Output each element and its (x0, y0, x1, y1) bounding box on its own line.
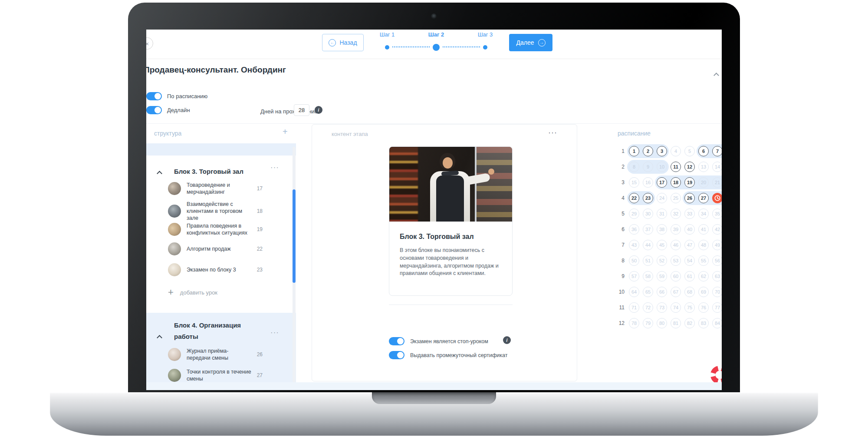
schedule-day[interactable]: 19 (684, 177, 695, 188)
schedule-day[interactable]: 78 (629, 318, 639, 328)
schedule-day[interactable]: 21 (712, 177, 722, 188)
schedule-day[interactable]: 34 (698, 209, 709, 219)
schedule-day[interactable]: 25 (671, 193, 681, 203)
schedule-day[interactable]: 18 (671, 177, 681, 188)
exam-stop-toggle[interactable] (389, 337, 404, 345)
step-2-label[interactable]: Шаг 2 (419, 31, 454, 38)
schedule-day[interactable]: 61 (684, 271, 695, 281)
step-2-dot-active[interactable] (433, 44, 440, 51)
schedule-day[interactable]: 7 (712, 146, 722, 156)
schedule-day[interactable]: 84 (712, 318, 722, 328)
schedule-day[interactable]: 69 (698, 287, 709, 297)
list-item-lesson[interactable]: Взаимодействие с клиентами в торговом за… (168, 201, 281, 222)
block3-collapse-icon[interactable] (158, 169, 161, 177)
schedule-day[interactable]: 72 (643, 302, 653, 313)
schedule-day[interactable]: 81 (671, 318, 681, 328)
list-item-lesson[interactable]: Правила поведения в конфликтных ситуация… (168, 222, 281, 236)
schedule-day[interactable]: 65 (643, 287, 653, 297)
schedule-day[interactable]: 52 (657, 255, 667, 266)
list-item-lesson[interactable]: Журнал приёма-передачи смены 26 (168, 348, 281, 361)
schedule-day[interactable]: 67 (671, 287, 681, 297)
schedule-day[interactable]: 24 (657, 193, 667, 203)
schedule-day[interactable]: 73 (657, 302, 667, 313)
schedule-day[interactable]: 43 (629, 240, 639, 250)
schedule-day[interactable]: 23 (643, 193, 653, 203)
schedule-day[interactable]: 64 (629, 287, 639, 297)
schedule-day[interactable]: 38 (657, 224, 667, 235)
schedule-day[interactable]: 8 (629, 162, 639, 172)
schedule-day[interactable]: 30 (643, 209, 653, 219)
schedule-day[interactable]: 76 (698, 302, 709, 313)
list-item-lesson[interactable]: Товароведение и мерчандайзинг 17 (168, 182, 281, 195)
certificate-toggle[interactable] (389, 351, 404, 359)
schedule-day[interactable]: 29 (629, 209, 639, 219)
schedule-day[interactable]: 77 (712, 302, 722, 313)
schedule-day[interactable]: 41 (698, 224, 709, 235)
schedule-day[interactable]: 57 (629, 271, 639, 281)
schedule-day[interactable]: 16 (643, 177, 653, 188)
schedule-toggle[interactable] (146, 92, 162, 100)
schedule-day[interactable]: 42 (712, 224, 722, 235)
schedule-day[interactable]: 22 (629, 193, 639, 203)
add-lesson-button[interactable]: + добавить урок (168, 288, 217, 297)
step-3-dot[interactable] (483, 45, 487, 50)
schedule-day[interactable]: 2 (643, 146, 653, 156)
step-1-label[interactable]: Шаг 1 (370, 31, 404, 38)
step-1-dot[interactable] (385, 45, 389, 50)
back-button[interactable]: ← Назад (322, 34, 364, 51)
schedule-day[interactable]: 47 (684, 240, 695, 250)
more-options-icon[interactable]: ··· (548, 128, 557, 137)
schedule-day[interactable]: 1 (629, 146, 639, 156)
step-3-label[interactable]: Шаг 3 (468, 31, 503, 38)
schedule-day[interactable]: 49 (712, 240, 722, 250)
schedule-day[interactable]: 36 (629, 224, 639, 235)
schedule-day[interactable]: 79 (643, 318, 653, 328)
schedule-day[interactable]: 3 (657, 146, 667, 156)
schedule-day[interactable]: 66 (657, 287, 667, 297)
schedule-day[interactable]: 32 (671, 209, 681, 219)
schedule-day[interactable]: 39 (671, 224, 681, 235)
more-options-icon[interactable]: ··· (270, 163, 279, 172)
close-icon[interactable]: × (146, 37, 153, 50)
schedule-day[interactable]: 11 (671, 162, 681, 172)
scrollbar-thumb[interactable] (293, 189, 296, 283)
deadline-clock-icon[interactable] (712, 193, 722, 203)
block4-title[interactable]: Блок 4. Организация работы (174, 320, 254, 342)
info-icon[interactable]: i (503, 336, 511, 344)
schedule-day[interactable]: 13 (698, 162, 709, 172)
block3-title[interactable]: Блок 3. Торговый зал (174, 166, 261, 177)
list-item-lesson[interactable]: Точки контроля в течение смены 27 (168, 368, 281, 382)
schedule-day[interactable]: 14 (712, 162, 722, 172)
list-item-lesson[interactable]: Экзамен по блоку 3 23 (168, 263, 281, 276)
schedule-day[interactable]: 12 (684, 162, 695, 172)
schedule-day[interactable]: 82 (684, 318, 695, 328)
schedule-day[interactable]: 55 (698, 255, 709, 266)
schedule-day[interactable]: 6 (698, 146, 709, 156)
schedule-day[interactable]: 33 (684, 209, 695, 219)
schedule-day[interactable]: 60 (671, 271, 681, 281)
schedule-day[interactable]: 62 (698, 271, 709, 281)
schedule-day[interactable]: 68 (684, 287, 695, 297)
days-to-complete-input[interactable] (294, 104, 309, 116)
schedule-day[interactable]: 27 (698, 193, 709, 203)
schedule-day[interactable]: 31 (657, 209, 667, 219)
deadline-toggle[interactable] (146, 106, 162, 114)
schedule-day[interactable]: 75 (684, 302, 695, 313)
schedule-day[interactable]: 53 (671, 255, 681, 266)
schedule-day[interactable]: 56 (712, 255, 722, 266)
schedule-day[interactable]: 40 (684, 224, 695, 235)
schedule-day[interactable]: 44 (643, 240, 653, 250)
add-block-button[interactable]: + (283, 127, 288, 137)
schedule-day[interactable]: 45 (657, 240, 667, 250)
schedule-day[interactable]: 20 (698, 177, 709, 188)
schedule-day[interactable]: 54 (684, 255, 695, 266)
schedule-day[interactable]: 4 (671, 146, 681, 156)
schedule-day[interactable]: 71 (629, 302, 639, 313)
list-item-lesson[interactable]: Алгоритм продаж 22 (168, 242, 281, 255)
schedule-day[interactable]: 26 (684, 193, 695, 203)
collapse-chevron-up-icon[interactable] (714, 71, 718, 79)
schedule-day[interactable]: 58 (643, 271, 653, 281)
schedule-day[interactable]: 17 (657, 177, 667, 188)
schedule-day[interactable]: 70 (712, 287, 722, 297)
schedule-day[interactable]: 63 (712, 271, 722, 281)
